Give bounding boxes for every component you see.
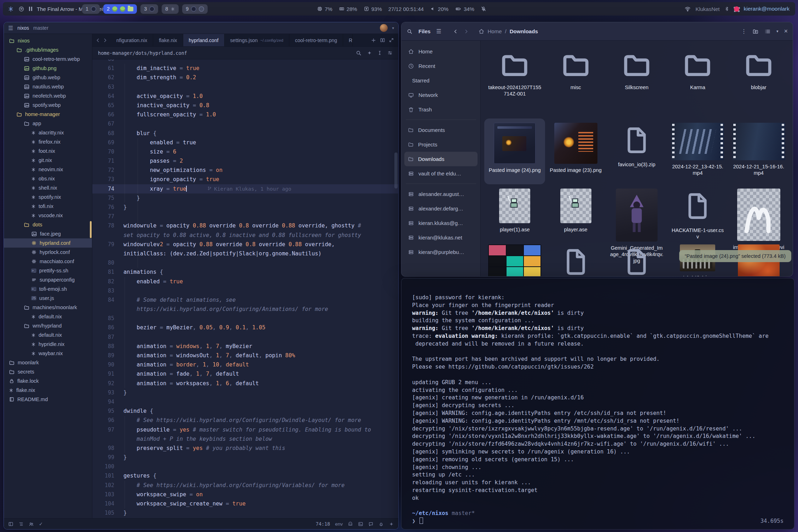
tree-item-default-nix[interactable]: default.nix (4, 330, 92, 340)
code-row[interactable]: 65 inactive_opacity = 0.8 (92, 101, 398, 110)
sidebar-item-downloads[interactable]: Downloads (404, 152, 478, 166)
sidebar-item-alesander-august-[interactable]: alesander.august… (404, 187, 478, 201)
tab-forward-icon[interactable] (102, 37, 108, 43)
sidebar-item-kieran-purplebu-[interactable]: kieran@purplebu… (404, 245, 478, 259)
tree-item-wm-hyprland[interactable]: wm/hyprland (4, 321, 92, 330)
file-item-doubloonleaderboard-csv[interactable]: DoubloonLeaderboard.csv (545, 240, 606, 276)
tab-hyprland-conf[interactable]: hyprland.conf (183, 34, 225, 46)
code-row[interactable]: 88 animation = windows, 1, 7, myBezier (92, 342, 398, 351)
code-wrap-row[interactable]: initialClass: (dev.zed.Zed|spotify|Slack… (92, 249, 398, 258)
sidebar-item-starred[interactable]: Starred (404, 73, 478, 88)
split-pane-icon[interactable] (380, 37, 385, 43)
sidebar-item-trash[interactable]: Trash (404, 102, 478, 117)
sidebar-item-vault-of-the-eldu-[interactable]: vault of the eldu… (404, 166, 478, 181)
terminal-window[interactable]: [sudo] password for kierank:Place your f… (401, 278, 794, 530)
collab-panel-toggle-icon[interactable] (29, 521, 34, 527)
code-row[interactable]: 75 } (92, 193, 398, 203)
tree-item-vscode-nix[interactable]: vscode.nix (4, 211, 92, 220)
code-row[interactable]: 73 ignore_opacity = true (92, 175, 398, 184)
code-row[interactable]: 60 (92, 59, 398, 64)
bluetooth-icon[interactable] (724, 6, 729, 12)
sidebar-item-kieran-klukas-net[interactable]: kieran@klukas.net (404, 230, 478, 245)
tree-item-tofi-nix[interactable]: tofi.nix (4, 202, 92, 211)
nixos-logo-icon[interactable] (8, 6, 14, 12)
avatar[interactable] (380, 24, 388, 32)
assistant-icon[interactable] (368, 521, 374, 527)
file-item-karma[interactable]: Karma (667, 46, 728, 118)
code-row[interactable]: 93} (92, 388, 398, 397)
close-icon[interactable]: × (784, 28, 788, 35)
tree-item-readme-md[interactable]: README.md (4, 395, 92, 404)
tree-item-foot-nix[interactable]: foot.nix (4, 146, 92, 156)
extensions-icon[interactable] (389, 521, 394, 527)
workspace-8[interactable]: 8 (162, 4, 179, 14)
code-row[interactable]: 106 (92, 517, 398, 518)
code-row[interactable]: 64 active_opacity = 1.0 (92, 92, 398, 101)
sidebar-item-recent[interactable]: Recent (404, 59, 478, 73)
tab-back-icon[interactable] (95, 37, 101, 43)
sidebar-item-kieran-klukas-g-[interactable]: kieran.klukas@g… (404, 216, 478, 230)
chevron-down-icon[interactable]: ▾ (392, 26, 394, 30)
tree-item-nixos[interactable]: nixos (4, 36, 92, 45)
tree-item-flake-nix[interactable]: flake.nix (4, 386, 92, 395)
code-row[interactable]: 78windowrule = opacity 0.88 override 0.8… (92, 221, 398, 230)
code-row[interactable]: 89 animation = windowsOut, 1, 7, default… (92, 351, 398, 360)
notifications-bell-icon[interactable] (378, 521, 384, 527)
tree-item-flake-lock[interactable]: flake.lock (4, 376, 92, 386)
file-item-wrapped-png[interactable]: wrapped.png (484, 240, 545, 276)
home-icon[interactable] (478, 28, 485, 35)
code-row[interactable]: 61 dim_inactive = true (92, 64, 398, 73)
tree-item-tofi-emoji-sh[interactable]: >_tofi-emoji.sh (4, 284, 92, 294)
breadcrumb-current[interactable]: Downloads (510, 28, 538, 34)
code-wrap-row[interactable]: https://wiki.hyprland.org/Configuring/An… (92, 305, 398, 314)
file-item-blobjar[interactable]: blobjar (728, 46, 789, 118)
code-row[interactable]: 100 (92, 462, 398, 471)
tree-item--github-images[interactable]: .github/images (4, 45, 92, 54)
code-row[interactable]: 69 enabled = true (92, 138, 398, 147)
code-row[interactable]: 84 # Some default animations, see (92, 295, 398, 305)
tree-item-home-manager[interactable]: home-manager (4, 110, 92, 119)
tree-item-firefox-nix[interactable]: firefox.nix (4, 137, 92, 146)
breadcrumb-home[interactable]: Home (488, 28, 502, 34)
file-item-2024-12-21-15-16-16-mp4[interactable]: 2024-12-21_15-16-16.mp4 (728, 118, 789, 184)
text-cursor-icon[interactable] (377, 50, 382, 56)
tree-item-git-nix[interactable]: git.nix (4, 156, 92, 165)
code-row[interactable]: 86 bezier = myBezier, 0.05, 0.9, 0.1, 1.… (92, 323, 398, 332)
code-row[interactable]: 94 (92, 397, 398, 406)
project-name[interactable]: nixos (17, 25, 29, 31)
tab-r[interactable]: R (343, 34, 353, 46)
terminal-prompt-input[interactable]: ❯34.695s (412, 517, 783, 525)
breadcrumb[interactable]: home-manager/dots/hyprland.conf (98, 50, 187, 56)
file-item-pasted-image-23-png[interactable]: Pasted image (23).png (545, 118, 606, 184)
inline-assist-icon[interactable] (367, 50, 372, 56)
tree-item-dots[interactable]: dots (4, 220, 92, 229)
file-item-takeout-20241207t155714z-001[interactable]: takeout-20241207T155714Z-001 (484, 46, 545, 118)
sidebar-item-home[interactable]: Home (404, 44, 478, 59)
view-dropdown-icon[interactable]: ▾ (776, 29, 779, 34)
code-row[interactable]: 98 preserve_split = yes # you probably w… (92, 444, 398, 453)
search-icon[interactable] (355, 50, 362, 56)
tab-settings-json[interactable]: settings.json~/.config/zed (225, 34, 289, 46)
code-row[interactable]: 103 workspace_swipe = on (92, 490, 398, 499)
kebab-menu-icon[interactable]: ⋮ (741, 28, 747, 35)
tray-app-icon[interactable] (734, 6, 739, 12)
tree-item-cool-retro-term-webp[interactable]: cool-retro-term.webp (4, 54, 92, 64)
wifi-icon[interactable] (684, 6, 691, 12)
tree-item-hypridle-nix[interactable]: hypridle.nix (4, 340, 92, 349)
tree-item-obs-nix[interactable]: obs.nix (4, 174, 92, 183)
tree-item-macchiato-conf[interactable]: macchiato.conf (4, 257, 92, 266)
code-row[interactable]: 90 animation = border, 1, 10, default (92, 360, 398, 369)
tree-item-github-png[interactable]: github.png (4, 64, 92, 73)
file-item-2024-12-22-13-42-15-mp4[interactable]: 2024-12-22_13-42-15.mp4 (667, 118, 728, 184)
new-tab-icon[interactable] (371, 37, 376, 43)
env-indicator[interactable]: env (335, 521, 343, 527)
tree-scrollbar-thumb[interactable] (90, 221, 92, 238)
tree-item-app[interactable]: app (4, 119, 92, 128)
tab-nfiguration-nix[interactable]: nfiguration.nix (111, 34, 153, 46)
tree-item-face-jpeg[interactable]: face.jpeg (4, 229, 92, 238)
code-row[interactable]: 76} (92, 203, 398, 212)
file-item-silkscreen[interactable]: Silkscreen (606, 46, 667, 118)
tree-item-machines-moonlark[interactable]: machines/moonlark (4, 303, 92, 312)
code-row[interactable]: 91 animation = fade, 1, 7, default (92, 369, 398, 378)
tree-item-secrets[interactable]: secrets (4, 367, 92, 376)
